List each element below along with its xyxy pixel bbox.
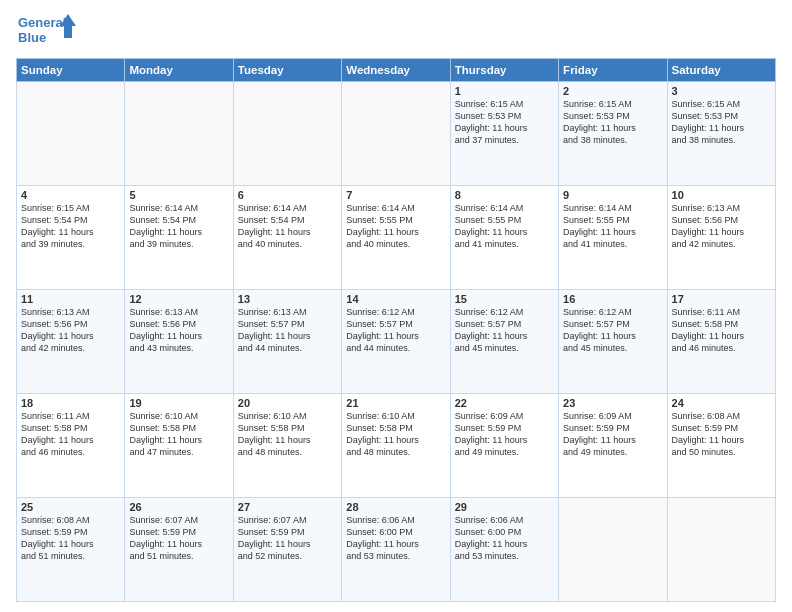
cell-info: Sunrise: 6:13 AM Sunset: 5:57 PM Dayligh… xyxy=(238,306,337,355)
calendar-cell: 11Sunrise: 6:13 AM Sunset: 5:56 PM Dayli… xyxy=(17,290,125,394)
cell-info: Sunrise: 6:13 AM Sunset: 5:56 PM Dayligh… xyxy=(672,202,771,251)
calendar-cell: 15Sunrise: 6:12 AM Sunset: 5:57 PM Dayli… xyxy=(450,290,558,394)
calendar-cell: 22Sunrise: 6:09 AM Sunset: 5:59 PM Dayli… xyxy=(450,394,558,498)
cell-info: Sunrise: 6:10 AM Sunset: 5:58 PM Dayligh… xyxy=(129,410,228,459)
calendar-cell: 14Sunrise: 6:12 AM Sunset: 5:57 PM Dayli… xyxy=(342,290,450,394)
calendar-cell xyxy=(233,82,341,186)
day-number: 28 xyxy=(346,501,445,513)
day-number: 13 xyxy=(238,293,337,305)
cell-info: Sunrise: 6:09 AM Sunset: 5:59 PM Dayligh… xyxy=(563,410,662,459)
cell-info: Sunrise: 6:07 AM Sunset: 5:59 PM Dayligh… xyxy=(129,514,228,563)
week-row-3: 11Sunrise: 6:13 AM Sunset: 5:56 PM Dayli… xyxy=(17,290,776,394)
day-number: 2 xyxy=(563,85,662,97)
cell-info: Sunrise: 6:15 AM Sunset: 5:53 PM Dayligh… xyxy=(563,98,662,147)
calendar-cell: 21Sunrise: 6:10 AM Sunset: 5:58 PM Dayli… xyxy=(342,394,450,498)
cell-info: Sunrise: 6:12 AM Sunset: 5:57 PM Dayligh… xyxy=(455,306,554,355)
cell-info: Sunrise: 6:15 AM Sunset: 5:53 PM Dayligh… xyxy=(455,98,554,147)
cell-info: Sunrise: 6:08 AM Sunset: 5:59 PM Dayligh… xyxy=(21,514,120,563)
calendar-cell: 7Sunrise: 6:14 AM Sunset: 5:55 PM Daylig… xyxy=(342,186,450,290)
cell-info: Sunrise: 6:13 AM Sunset: 5:56 PM Dayligh… xyxy=(129,306,228,355)
day-number: 3 xyxy=(672,85,771,97)
day-number: 25 xyxy=(21,501,120,513)
day-number: 19 xyxy=(129,397,228,409)
cell-info: Sunrise: 6:14 AM Sunset: 5:55 PM Dayligh… xyxy=(455,202,554,251)
weekday-monday: Monday xyxy=(125,59,233,82)
day-number: 6 xyxy=(238,189,337,201)
calendar-cell xyxy=(667,498,775,602)
svg-text:Blue: Blue xyxy=(18,30,46,45)
weekday-saturday: Saturday xyxy=(667,59,775,82)
cell-info: Sunrise: 6:15 AM Sunset: 5:54 PM Dayligh… xyxy=(21,202,120,251)
week-row-5: 25Sunrise: 6:08 AM Sunset: 5:59 PM Dayli… xyxy=(17,498,776,602)
day-number: 5 xyxy=(129,189,228,201)
cell-info: Sunrise: 6:07 AM Sunset: 5:59 PM Dayligh… xyxy=(238,514,337,563)
calendar-cell: 8Sunrise: 6:14 AM Sunset: 5:55 PM Daylig… xyxy=(450,186,558,290)
day-number: 14 xyxy=(346,293,445,305)
day-number: 8 xyxy=(455,189,554,201)
cell-info: Sunrise: 6:14 AM Sunset: 5:54 PM Dayligh… xyxy=(238,202,337,251)
cell-info: Sunrise: 6:14 AM Sunset: 5:55 PM Dayligh… xyxy=(346,202,445,251)
day-number: 9 xyxy=(563,189,662,201)
calendar-cell xyxy=(342,82,450,186)
day-number: 21 xyxy=(346,397,445,409)
calendar-cell: 27Sunrise: 6:07 AM Sunset: 5:59 PM Dayli… xyxy=(233,498,341,602)
calendar-cell xyxy=(17,82,125,186)
day-number: 7 xyxy=(346,189,445,201)
cell-info: Sunrise: 6:12 AM Sunset: 5:57 PM Dayligh… xyxy=(346,306,445,355)
day-number: 4 xyxy=(21,189,120,201)
calendar-cell: 12Sunrise: 6:13 AM Sunset: 5:56 PM Dayli… xyxy=(125,290,233,394)
weekday-header-row: SundayMondayTuesdayWednesdayThursdayFrid… xyxy=(17,59,776,82)
cell-info: Sunrise: 6:15 AM Sunset: 5:53 PM Dayligh… xyxy=(672,98,771,147)
calendar-cell: 19Sunrise: 6:10 AM Sunset: 5:58 PM Dayli… xyxy=(125,394,233,498)
calendar-cell xyxy=(559,498,667,602)
weekday-thursday: Thursday xyxy=(450,59,558,82)
cell-info: Sunrise: 6:08 AM Sunset: 5:59 PM Dayligh… xyxy=(672,410,771,459)
cell-info: Sunrise: 6:11 AM Sunset: 5:58 PM Dayligh… xyxy=(21,410,120,459)
cell-info: Sunrise: 6:09 AM Sunset: 5:59 PM Dayligh… xyxy=(455,410,554,459)
day-number: 23 xyxy=(563,397,662,409)
weekday-wednesday: Wednesday xyxy=(342,59,450,82)
day-number: 27 xyxy=(238,501,337,513)
cell-info: Sunrise: 6:06 AM Sunset: 6:00 PM Dayligh… xyxy=(455,514,554,563)
cell-info: Sunrise: 6:11 AM Sunset: 5:58 PM Dayligh… xyxy=(672,306,771,355)
calendar-cell: 3Sunrise: 6:15 AM Sunset: 5:53 PM Daylig… xyxy=(667,82,775,186)
calendar-cell: 13Sunrise: 6:13 AM Sunset: 5:57 PM Dayli… xyxy=(233,290,341,394)
day-number: 22 xyxy=(455,397,554,409)
calendar-cell: 4Sunrise: 6:15 AM Sunset: 5:54 PM Daylig… xyxy=(17,186,125,290)
calendar-cell: 16Sunrise: 6:12 AM Sunset: 5:57 PM Dayli… xyxy=(559,290,667,394)
logo: General Blue xyxy=(16,12,76,52)
day-number: 17 xyxy=(672,293,771,305)
cell-info: Sunrise: 6:13 AM Sunset: 5:56 PM Dayligh… xyxy=(21,306,120,355)
day-number: 24 xyxy=(672,397,771,409)
calendar-cell: 20Sunrise: 6:10 AM Sunset: 5:58 PM Dayli… xyxy=(233,394,341,498)
day-number: 26 xyxy=(129,501,228,513)
day-number: 20 xyxy=(238,397,337,409)
day-number: 12 xyxy=(129,293,228,305)
calendar-cell: 2Sunrise: 6:15 AM Sunset: 5:53 PM Daylig… xyxy=(559,82,667,186)
calendar-cell: 24Sunrise: 6:08 AM Sunset: 5:59 PM Dayli… xyxy=(667,394,775,498)
day-number: 11 xyxy=(21,293,120,305)
week-row-2: 4Sunrise: 6:15 AM Sunset: 5:54 PM Daylig… xyxy=(17,186,776,290)
week-row-1: 1Sunrise: 6:15 AM Sunset: 5:53 PM Daylig… xyxy=(17,82,776,186)
day-number: 15 xyxy=(455,293,554,305)
calendar-cell: 29Sunrise: 6:06 AM Sunset: 6:00 PM Dayli… xyxy=(450,498,558,602)
header: General Blue xyxy=(16,12,776,52)
calendar-cell: 6Sunrise: 6:14 AM Sunset: 5:54 PM Daylig… xyxy=(233,186,341,290)
calendar-cell: 5Sunrise: 6:14 AM Sunset: 5:54 PM Daylig… xyxy=(125,186,233,290)
cell-info: Sunrise: 6:10 AM Sunset: 5:58 PM Dayligh… xyxy=(346,410,445,459)
day-number: 16 xyxy=(563,293,662,305)
weekday-friday: Friday xyxy=(559,59,667,82)
week-row-4: 18Sunrise: 6:11 AM Sunset: 5:58 PM Dayli… xyxy=(17,394,776,498)
calendar-cell: 23Sunrise: 6:09 AM Sunset: 5:59 PM Dayli… xyxy=(559,394,667,498)
calendar-cell: 10Sunrise: 6:13 AM Sunset: 5:56 PM Dayli… xyxy=(667,186,775,290)
weekday-sunday: Sunday xyxy=(17,59,125,82)
weekday-tuesday: Tuesday xyxy=(233,59,341,82)
calendar-cell: 18Sunrise: 6:11 AM Sunset: 5:58 PM Dayli… xyxy=(17,394,125,498)
calendar-cell: 1Sunrise: 6:15 AM Sunset: 5:53 PM Daylig… xyxy=(450,82,558,186)
cell-info: Sunrise: 6:06 AM Sunset: 6:00 PM Dayligh… xyxy=(346,514,445,563)
cell-info: Sunrise: 6:14 AM Sunset: 5:55 PM Dayligh… xyxy=(563,202,662,251)
logo-svg: General Blue xyxy=(16,12,76,52)
calendar-cell xyxy=(125,82,233,186)
cell-info: Sunrise: 6:12 AM Sunset: 5:57 PM Dayligh… xyxy=(563,306,662,355)
day-number: 29 xyxy=(455,501,554,513)
